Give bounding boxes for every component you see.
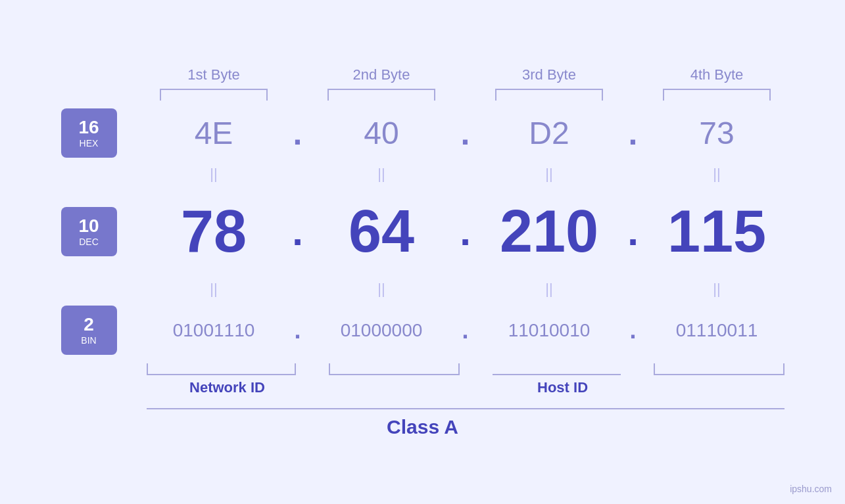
bin-sep-2: .	[449, 319, 482, 342]
dec-val-3: 210	[482, 198, 617, 265]
byte-bracket-3	[495, 89, 603, 101]
bin-sep-3: .	[617, 319, 650, 342]
hex-label-cell: 16 HEX	[61, 108, 147, 158]
dec-val-1: 78	[147, 198, 281, 265]
watermark: ipshu.com	[790, 484, 832, 494]
bin-val-2: 01000000	[314, 320, 449, 341]
eq-row-2: || || || ||	[61, 278, 785, 301]
dec-sep-2: .	[449, 209, 482, 254]
main-container: 1st Byte 2nd Byte 3rd Byte 4th Byte	[61, 66, 785, 438]
host-id-label: Host ID	[537, 379, 588, 396]
hex-row: 16 HEX 4E . 40 . D2 . 73	[61, 104, 785, 163]
class-a-section: Class A	[61, 408, 785, 438]
bin-row: 2 BIN 01001110 . 01000000 . 11010010 . 0…	[61, 301, 785, 360]
hex-sep-3: .	[617, 117, 650, 150]
bin-badge: 2 BIN	[61, 306, 117, 355]
dec-sep-3: .	[617, 209, 650, 254]
class-a-line	[147, 408, 785, 409]
byte-bracket-4	[663, 89, 771, 101]
byte-header-1: 1st Byte	[147, 66, 281, 101]
dec-row: 10 DEC 78 . 64 . 210 . 115	[61, 186, 785, 278]
hex-val-3: D2	[482, 115, 617, 151]
hex-sep-2: .	[449, 117, 482, 150]
byte-header-2: 2nd Byte	[314, 66, 449, 101]
byte-header-3: 3rd Byte	[482, 66, 617, 101]
byte-header-4: 4th Byte	[650, 66, 785, 101]
dec-val-4: 115	[650, 198, 785, 265]
hex-val-4: 73	[650, 115, 785, 151]
network-host-labels: Network ID Host ID	[61, 379, 785, 396]
byte-bracket-1	[160, 89, 268, 101]
bin-label-cell: 2 BIN	[61, 306, 147, 355]
dec-label-cell: 10 DEC	[61, 207, 147, 256]
host-id-bracket-start	[329, 363, 460, 375]
network-id-bracket	[147, 363, 297, 375]
bin-val-1: 01001110	[147, 320, 281, 341]
hex-val-2: 40	[314, 115, 449, 151]
bin-sep-1: .	[281, 319, 314, 342]
hex-sep-1: .	[281, 117, 314, 150]
bin-val-4: 01110011	[650, 320, 785, 341]
dec-badge: 10 DEC	[61, 207, 117, 256]
hex-badge: 16 HEX	[61, 108, 117, 158]
network-id-label: Network ID	[189, 379, 265, 396]
hex-val-1: 4E	[147, 115, 281, 151]
class-a-label: Class A	[387, 416, 458, 438]
bin-val-3: 11010010	[482, 320, 617, 341]
byte-bracket-2	[327, 89, 435, 101]
dec-sep-1: .	[281, 209, 314, 254]
eq-row-1: || || || ||	[61, 163, 785, 186]
dec-val-2: 64	[314, 198, 449, 265]
bottom-brackets-row	[61, 363, 785, 375]
host-id-bracket-end	[654, 363, 785, 375]
